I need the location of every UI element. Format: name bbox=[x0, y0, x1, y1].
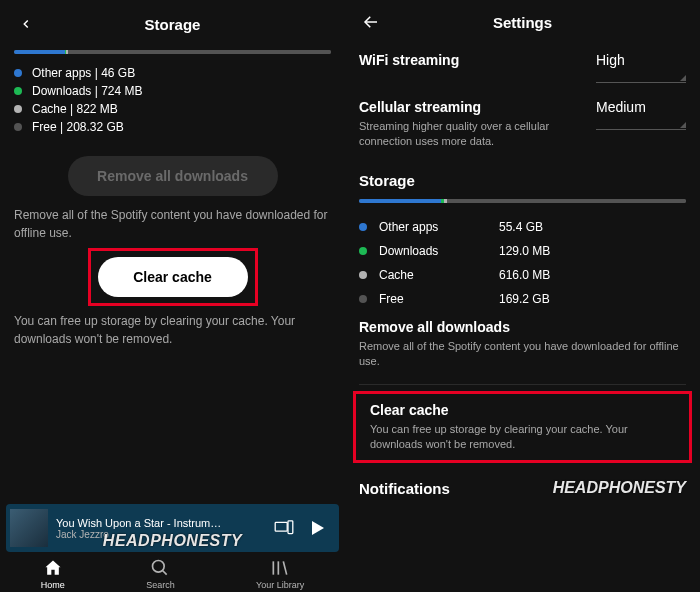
remove-downloads-section[interactable]: Remove all downloads Remove all of the S… bbox=[345, 311, 700, 378]
storage-value: 129.0 MB bbox=[499, 244, 550, 258]
section-title: Notifications bbox=[359, 480, 450, 497]
legend-label: Other apps | 46 GB bbox=[32, 66, 135, 80]
nav-library[interactable]: Your Library bbox=[256, 558, 304, 590]
dot-icon bbox=[14, 123, 22, 131]
play-icon[interactable] bbox=[307, 517, 329, 539]
nav-label: Search bbox=[146, 580, 175, 590]
setting-label: WiFi streaming bbox=[359, 52, 459, 68]
section-item-desc: Remove all of the Spotify content you ha… bbox=[359, 339, 686, 370]
table-row: Downloads129.0 MB bbox=[359, 239, 686, 263]
dot-icon bbox=[359, 247, 367, 255]
legend-label: Cache | 822 MB bbox=[32, 102, 118, 116]
nav-search[interactable]: Search bbox=[146, 558, 175, 590]
table-row: Cache616.0 MB bbox=[359, 263, 686, 287]
dropdown-value: High bbox=[596, 52, 625, 68]
legend-label: Free | 208.32 GB bbox=[32, 120, 124, 134]
chevron-down-icon bbox=[680, 75, 686, 81]
wifi-streaming-row[interactable]: WiFi streaming High bbox=[345, 44, 700, 91]
legend-item: Cache | 822 MB bbox=[14, 102, 331, 116]
storage-table: Other apps55.4 GB Downloads129.0 MB Cach… bbox=[345, 215, 700, 311]
section-item-title: Remove all downloads bbox=[359, 319, 686, 335]
dropdown-value: Medium bbox=[596, 99, 646, 115]
bottom-nav: Home Search Your Library bbox=[0, 552, 345, 592]
library-icon bbox=[269, 558, 291, 578]
highlight-annotation: Clear cache You can free up storage by c… bbox=[353, 391, 692, 464]
cellular-streaming-dropdown[interactable]: Medium bbox=[596, 99, 686, 130]
chevron-down-icon bbox=[680, 122, 686, 128]
clear-cache-button[interactable]: Clear cache bbox=[98, 257, 248, 297]
table-row: Other apps55.4 GB bbox=[359, 215, 686, 239]
wifi-streaming-dropdown[interactable]: High bbox=[596, 52, 686, 83]
setting-sublabel: Streaming higher quality over a cellular… bbox=[359, 119, 559, 150]
svg-line-3 bbox=[163, 571, 167, 575]
svg-rect-1 bbox=[288, 521, 293, 534]
remove-downloads-description: Remove all of the Spotify content you ha… bbox=[0, 206, 345, 242]
highlight-annotation: Clear cache bbox=[88, 248, 258, 306]
nav-label: Home bbox=[41, 580, 65, 590]
bar-free bbox=[68, 50, 331, 54]
storage-name: Other apps bbox=[379, 220, 499, 234]
header: Settings bbox=[345, 0, 700, 44]
nav-label: Your Library bbox=[256, 580, 304, 590]
table-row: Free169.2 GB bbox=[359, 287, 686, 311]
watermark: HEADPHONESTY bbox=[103, 532, 242, 550]
search-icon bbox=[149, 558, 171, 578]
page-title: Storage bbox=[38, 16, 307, 33]
dot-icon bbox=[359, 223, 367, 231]
devices-icon[interactable] bbox=[273, 517, 295, 539]
clear-cache-section[interactable]: Clear cache You can free up storage by c… bbox=[356, 394, 689, 461]
home-icon bbox=[42, 558, 64, 578]
storage-value: 616.0 MB bbox=[499, 268, 550, 282]
svg-point-2 bbox=[153, 561, 165, 573]
dot-icon bbox=[14, 69, 22, 77]
track-title: You Wish Upon a Star - Instrum… bbox=[56, 517, 273, 529]
header: Storage bbox=[0, 0, 345, 46]
remove-downloads-button[interactable]: Remove all downloads bbox=[68, 156, 278, 196]
nav-home[interactable]: Home bbox=[41, 558, 65, 590]
storage-value: 169.2 GB bbox=[499, 292, 550, 306]
storage-name: Cache bbox=[379, 268, 499, 282]
section-item-desc: You can free up storage by clearing your… bbox=[370, 422, 675, 453]
svg-line-6 bbox=[283, 561, 286, 574]
storage-bar bbox=[359, 199, 686, 203]
legend-item: Free | 208.32 GB bbox=[14, 120, 331, 134]
bar-other-apps bbox=[14, 50, 65, 54]
divider bbox=[359, 384, 686, 385]
storage-name: Downloads bbox=[379, 244, 499, 258]
bar-other-apps bbox=[359, 199, 441, 203]
clear-cache-description: You can free up storage by clearing your… bbox=[0, 312, 345, 348]
storage-value: 55.4 GB bbox=[499, 220, 543, 234]
page-title: Settings bbox=[383, 14, 662, 31]
bar-free bbox=[447, 199, 686, 203]
settings-screen: Settings WiFi streaming High Cellular st… bbox=[345, 0, 700, 592]
storage-screen: Storage Other apps | 46 GB Downloads | 7… bbox=[0, 0, 345, 592]
dot-icon bbox=[14, 87, 22, 95]
cellular-streaming-row[interactable]: Cellular streaming Streaming higher qual… bbox=[345, 91, 700, 158]
dot-icon bbox=[359, 271, 367, 279]
storage-bar bbox=[14, 50, 331, 54]
legend-item: Other apps | 46 GB bbox=[14, 66, 331, 80]
legend-label: Downloads | 724 MB bbox=[32, 84, 143, 98]
dot-icon bbox=[14, 105, 22, 113]
svg-rect-0 bbox=[275, 522, 287, 531]
storage-legend: Other apps | 46 GB Downloads | 724 MB Ca… bbox=[0, 66, 345, 146]
dot-icon bbox=[359, 295, 367, 303]
section-title: Storage bbox=[345, 158, 700, 195]
now-playing-controls bbox=[273, 517, 329, 539]
watermark: HEADPHONESTY bbox=[553, 479, 686, 497]
storage-name: Free bbox=[379, 292, 499, 306]
album-art bbox=[10, 509, 48, 547]
back-button[interactable] bbox=[14, 12, 38, 36]
legend-item: Downloads | 724 MB bbox=[14, 84, 331, 98]
back-button[interactable] bbox=[359, 10, 383, 34]
section-item-title: Clear cache bbox=[370, 402, 675, 418]
setting-label: Cellular streaming bbox=[359, 99, 559, 115]
